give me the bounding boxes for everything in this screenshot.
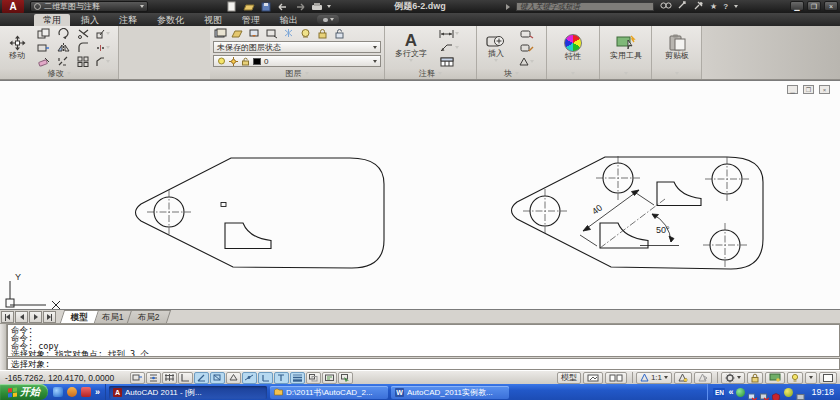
tab-model[interactable]: 模型 bbox=[60, 310, 99, 323]
favorites-star-icon[interactable]: ★ bbox=[710, 1, 717, 12]
drawing-canvas[interactable]: ▁ ❐ × bbox=[0, 80, 840, 310]
infocenter-expand-icon[interactable] bbox=[506, 4, 510, 10]
tray-collapse-chevron[interactable]: « bbox=[728, 387, 733, 397]
toggle-snap[interactable] bbox=[146, 372, 161, 384]
isolate-objects-button[interactable] bbox=[787, 372, 803, 384]
application-menu-button[interactable]: A bbox=[2, 0, 24, 13]
quick-launch-icon-3[interactable] bbox=[81, 387, 91, 397]
help-dropdown-icon[interactable] bbox=[734, 5, 738, 8]
command-window-grip[interactable] bbox=[0, 324, 7, 370]
panel-label-layers[interactable]: 图层 bbox=[210, 68, 384, 79]
panel-label-modify[interactable]: 修改 bbox=[0, 68, 118, 79]
help-icon[interactable]: ? bbox=[723, 1, 728, 12]
toggle-dyn[interactable] bbox=[274, 372, 289, 384]
model-space-button[interactable]: 模型 bbox=[557, 372, 581, 384]
workspace-switching-button[interactable] bbox=[721, 372, 745, 384]
tab-first-button[interactable] bbox=[1, 311, 14, 323]
toggle-quick-properties[interactable] bbox=[322, 372, 337, 384]
properties-button[interactable]: 特性 bbox=[553, 27, 593, 67]
toggle-selection-cycling[interactable] bbox=[338, 372, 353, 384]
layer-freeze-button[interactable] bbox=[281, 27, 296, 40]
annotation-visibility-button[interactable] bbox=[674, 372, 692, 384]
utilities-button[interactable]: 实用工具 bbox=[603, 27, 649, 67]
redo-button[interactable] bbox=[293, 1, 306, 12]
tray-icon-green[interactable] bbox=[736, 388, 745, 397]
panel-label-annotate[interactable]: 注释 bbox=[385, 68, 476, 79]
scale-button[interactable] bbox=[96, 27, 105, 40]
toggle-infer-constraints[interactable] bbox=[130, 372, 145, 384]
taskbar-task-document[interactable]: W AutoCAD_2011实例教... bbox=[391, 386, 509, 399]
create-block-button[interactable] bbox=[519, 27, 534, 40]
open-file-button[interactable] bbox=[242, 1, 255, 12]
save-button[interactable] bbox=[259, 1, 272, 12]
break-button[interactable] bbox=[96, 41, 105, 54]
communication-center-icon[interactable] bbox=[694, 1, 704, 13]
layer-match-button[interactable] bbox=[230, 27, 245, 40]
layer-properties-button[interactable] bbox=[213, 27, 228, 40]
tray-icon-shield[interactable] bbox=[772, 388, 781, 397]
restore-button[interactable]: ❐ bbox=[807, 1, 821, 11]
minimize-button[interactable]: ▁ bbox=[790, 1, 804, 11]
toggle-transparency[interactable] bbox=[306, 372, 321, 384]
fillet-button[interactable] bbox=[76, 41, 91, 54]
tab-insert[interactable]: 插入 bbox=[72, 14, 108, 26]
tray-icon-yellow[interactable] bbox=[784, 388, 793, 397]
mtext-button[interactable]: A 多行文字 bbox=[389, 27, 433, 67]
status-menu-button[interactable] bbox=[805, 372, 817, 384]
annotation-scale-button[interactable]: 1:1 bbox=[636, 372, 672, 384]
layer-lock-button[interactable] bbox=[315, 27, 330, 40]
command-history[interactable]: 命令: 命令: 命令: copy 选择对象: 指定对角点: 找到 3 个 bbox=[7, 324, 840, 357]
tray-icon-network-2[interactable] bbox=[760, 388, 769, 397]
tab-manage[interactable]: 管理 bbox=[233, 14, 269, 26]
taskbar-task-autocad[interactable]: A AutoCAD 2011 - [例... bbox=[109, 386, 267, 399]
table-button[interactable] bbox=[439, 55, 454, 68]
hardware-acceleration-button[interactable] bbox=[765, 372, 785, 384]
command-input[interactable]: 选择对象: bbox=[7, 358, 840, 370]
layer-prev-button[interactable] bbox=[247, 27, 262, 40]
panel-label-clipboard[interactable] bbox=[652, 68, 701, 79]
chamfer-button[interactable] bbox=[96, 55, 105, 68]
layer-unlock-button[interactable] bbox=[332, 27, 347, 40]
tab-parametric[interactable]: 参数化 bbox=[148, 14, 193, 26]
edit-block-button[interactable] bbox=[519, 41, 534, 54]
quick-launch-icon-1[interactable] bbox=[53, 387, 63, 397]
tab-prev-button[interactable] bbox=[15, 311, 28, 323]
panel-label-utilities[interactable] bbox=[600, 68, 651, 79]
tab-view[interactable]: 视图 bbox=[195, 14, 231, 26]
dimension-dropdown[interactable] bbox=[455, 32, 459, 35]
layer-state-dropdown[interactable]: 未保存的图层状态 bbox=[213, 41, 381, 53]
dimension-button[interactable] bbox=[439, 27, 454, 40]
layer-dropdown[interactable]: 0 bbox=[213, 55, 381, 67]
new-file-button[interactable] bbox=[225, 1, 238, 12]
rotate-button[interactable] bbox=[56, 27, 71, 40]
tray-icon-monitor[interactable] bbox=[796, 388, 805, 397]
layer-off-button[interactable] bbox=[298, 27, 313, 40]
toggle-polar[interactable] bbox=[194, 372, 209, 384]
block-dropdown[interactable] bbox=[530, 60, 534, 63]
quick-launch-icon-2[interactable] bbox=[67, 387, 77, 397]
quick-view-drawings-button[interactable] bbox=[605, 372, 627, 384]
tab-output[interactable]: 输出 bbox=[271, 14, 307, 26]
copy-button[interactable] bbox=[36, 27, 51, 40]
toggle-ortho[interactable] bbox=[178, 372, 193, 384]
toggle-3d-osnap[interactable] bbox=[226, 372, 241, 384]
language-indicator[interactable]: EN bbox=[713, 388, 725, 397]
toggle-lwt[interactable] bbox=[290, 372, 305, 384]
quick-launch-expand[interactable]: » bbox=[95, 387, 100, 397]
leader-button[interactable] bbox=[439, 41, 454, 54]
toggle-grid[interactable] bbox=[162, 372, 177, 384]
search-icon[interactable] bbox=[660, 1, 672, 13]
layer-isolate-button[interactable] bbox=[264, 27, 279, 40]
array-button[interactable] bbox=[76, 55, 91, 68]
doc-restore-button[interactable]: ❐ bbox=[803, 85, 814, 94]
modify-dropdown-3[interactable] bbox=[106, 60, 110, 63]
mirror-button[interactable] bbox=[56, 41, 71, 54]
workspace-switcher[interactable]: 二维草图与注释 bbox=[30, 1, 148, 12]
start-button[interactable]: 开始 bbox=[0, 384, 48, 400]
doc-minimize-button[interactable]: ▁ bbox=[787, 85, 798, 94]
block-attributes-button[interactable] bbox=[519, 55, 529, 68]
quick-view-layouts-button[interactable] bbox=[583, 372, 603, 384]
doc-close-button[interactable]: × bbox=[819, 85, 830, 94]
undo-button[interactable] bbox=[276, 1, 289, 12]
insert-block-button[interactable]: 插入 bbox=[479, 27, 513, 67]
